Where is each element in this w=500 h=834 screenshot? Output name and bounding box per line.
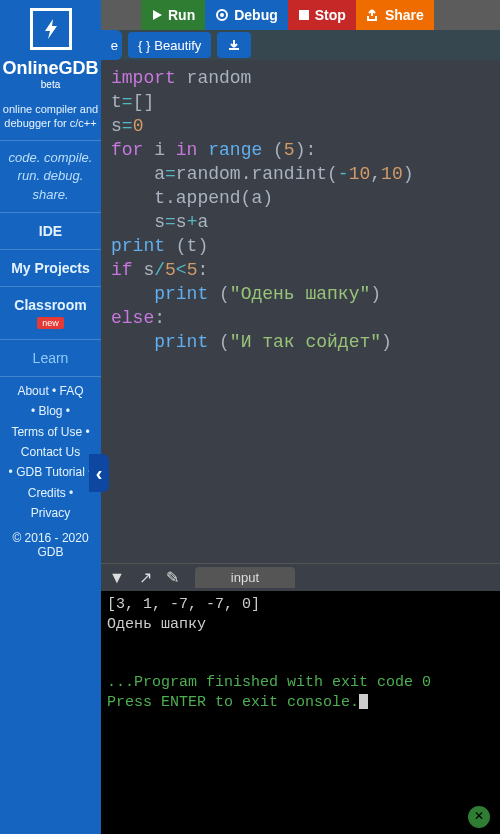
logo-wrap: [0, 0, 101, 57]
share-icon: [366, 8, 380, 22]
link-credits[interactable]: Credits: [28, 486, 66, 500]
close-console-button[interactable]: ✕: [468, 806, 490, 828]
sidebar: OnlineGDB beta online compiler and debug…: [0, 0, 101, 834]
console[interactable]: [3, 1, -7, -7, 0] Одень шапку ...Program…: [101, 591, 500, 834]
debug-icon: [215, 8, 229, 22]
run-button[interactable]: Run: [141, 0, 205, 30]
collapse-sidebar-icon[interactable]: ‹: [89, 454, 109, 492]
download-icon: [227, 38, 241, 52]
play-icon: [151, 9, 163, 21]
link-contact[interactable]: Contact Us: [21, 445, 80, 459]
console-output-msg: Одень шапку: [107, 615, 494, 635]
console-finished: ...Program finished with exit code 0: [107, 673, 494, 693]
new-badge: new: [37, 317, 64, 329]
nav-my-projects[interactable]: My Projects: [0, 250, 101, 286]
logo-icon: [30, 8, 72, 50]
console-output-array: [3, 1, -7, -7, 0]: [107, 595, 494, 615]
console-press-enter: Press ENTER to exit console.: [107, 693, 494, 713]
main-area: Run Debug Stop Share e { } Beautify: [101, 0, 500, 834]
link-faq[interactable]: FAQ: [60, 384, 84, 398]
brand-subtitle: online compiler and debugger for c/c++: [0, 100, 101, 141]
cursor-icon: [359, 694, 368, 709]
beautify-button[interactable]: { } Beautify: [128, 32, 211, 58]
svg-rect-2: [299, 10, 309, 20]
share-button[interactable]: Share: [356, 0, 434, 30]
input-tab[interactable]: input: [195, 567, 295, 588]
link-terms[interactable]: Terms of Use: [11, 425, 82, 439]
copy-icon[interactable]: ✎: [166, 568, 179, 587]
link-tutorial[interactable]: GDB Tutorial: [16, 465, 85, 479]
footer-links: About • FAQ • Blog • Terms of Use • Cont…: [0, 377, 101, 528]
console-tabbar: ▼ ↗ ✎ input: [101, 563, 500, 591]
copyright: © 2016 - 2020 GDB: [0, 527, 101, 563]
svg-point-1: [220, 13, 224, 17]
brand-slogan: code. compile. run. debug. share.: [0, 140, 101, 213]
collapse-console-icon[interactable]: ↗: [139, 568, 152, 587]
expand-icon[interactable]: ▼: [109, 569, 125, 587]
nav-ide[interactable]: IDE: [0, 213, 101, 249]
link-blog[interactable]: Blog: [38, 404, 62, 418]
brand-title: OnlineGDB beta: [0, 59, 101, 100]
nav-learn[interactable]: Learn: [0, 340, 101, 376]
nav-classroom[interactable]: Classroom new: [0, 287, 101, 339]
download-button[interactable]: [217, 32, 251, 58]
braces-icon: { }: [138, 38, 150, 53]
primary-toolbar: Run Debug Stop Share: [101, 0, 500, 30]
secondary-toolbar: e { } Beautify: [101, 30, 500, 60]
code-editor[interactable]: import random t=[] s=0 for i in range (5…: [101, 60, 500, 563]
stop-button[interactable]: Stop: [288, 0, 356, 30]
tab-partial[interactable]: e: [101, 30, 122, 60]
link-about[interactable]: About: [17, 384, 48, 398]
debug-button[interactable]: Debug: [205, 0, 288, 30]
stop-icon: [298, 9, 310, 21]
link-privacy[interactable]: Privacy: [31, 506, 70, 520]
